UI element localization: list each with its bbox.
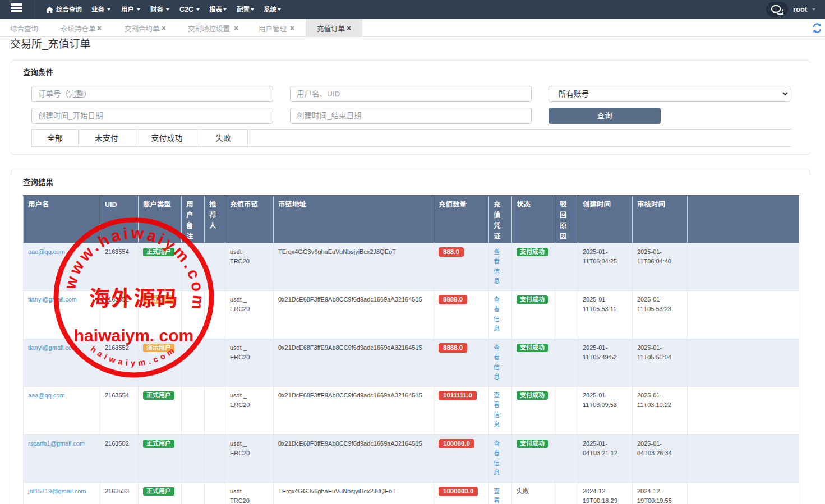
svg-text:haiwaiym.com: haiwaiym.com xyxy=(89,344,179,368)
svg-text:haiwaiym. com: haiwaiym. com xyxy=(74,326,193,345)
svg-text:海外源码: 海外源码 xyxy=(89,286,178,310)
